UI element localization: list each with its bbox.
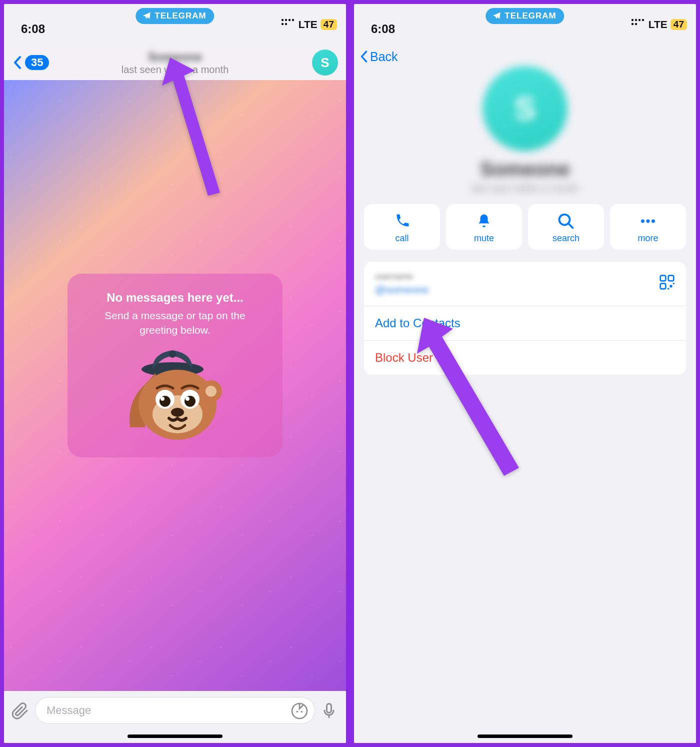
phone-profile-screen: 6:08 TELEGRAM LTE 47 Back S Someone last…	[352, 2, 698, 745]
status-time: 6:08	[21, 22, 45, 36]
contact-status: last seen within a month	[4, 64, 346, 76]
svg-point-14	[160, 397, 164, 401]
message-input[interactable]: Message	[35, 697, 315, 724]
svg-point-4	[282, 23, 284, 25]
greeting-title: No messages here yet...	[78, 291, 272, 305]
telegram-pill[interactable]: TELEGRAM	[486, 8, 564, 24]
svg-point-17	[186, 397, 190, 401]
home-indicator[interactable]	[478, 734, 572, 738]
svg-rect-36	[660, 284, 666, 289]
svg-point-18	[171, 408, 184, 417]
signal-icon	[280, 18, 296, 31]
svg-point-3	[292, 19, 294, 21]
phone-icon	[393, 212, 411, 230]
chat-title[interactable]: Someone last seen within a month	[4, 50, 346, 76]
profile-avatar[interactable]: S	[482, 66, 568, 151]
svg-point-24	[632, 19, 634, 21]
svg-point-25	[635, 19, 637, 21]
search-icon	[557, 212, 575, 230]
status-time: 6:08	[371, 22, 395, 36]
back-button[interactable]: 35	[12, 55, 49, 70]
svg-rect-23	[327, 704, 332, 713]
status-right: LTE 47	[280, 18, 337, 31]
battery-pill: 47	[320, 19, 337, 30]
profile-info-card: username @someone Add to Contacts Block …	[364, 262, 686, 375]
svg-point-5	[285, 23, 287, 25]
signal-icon	[630, 18, 646, 31]
svg-rect-34	[660, 276, 666, 281]
phone-chat-screen: 6:08 TELEGRAM LTE 47 35 Someone last see…	[2, 2, 348, 745]
svg-point-39	[673, 283, 674, 284]
mic-icon[interactable]	[320, 701, 338, 719]
search-button[interactable]: search	[528, 204, 604, 250]
sticker-icon[interactable]	[290, 702, 308, 723]
profile-name: Someone	[354, 158, 696, 181]
svg-point-0	[282, 19, 284, 21]
bear-sticker-icon	[125, 347, 225, 447]
profile-header: S Someone last seen within a month	[354, 66, 696, 194]
contact-name: Someone	[148, 50, 202, 64]
greeting-subtitle: Send a message or tap on the greeting be…	[78, 309, 272, 337]
username-value: @someone	[375, 284, 429, 296]
svg-point-22	[301, 711, 303, 713]
unread-badge: 35	[25, 55, 49, 70]
message-placeholder: Message	[46, 704, 91, 717]
chat-body: No messages here yet... Send a message o…	[4, 80, 346, 691]
username-label: username	[375, 272, 429, 282]
svg-point-37	[670, 285, 672, 287]
svg-point-33	[652, 220, 655, 223]
svg-point-26	[638, 19, 640, 21]
username-row[interactable]: username @someone	[364, 262, 686, 306]
svg-point-21	[296, 711, 298, 713]
chevron-left-icon	[12, 55, 24, 70]
svg-point-31	[641, 220, 644, 223]
greeting-card[interactable]: No messages here yet... Send a message o…	[68, 274, 282, 457]
more-button[interactable]: more	[610, 204, 686, 250]
chevron-left-icon	[359, 49, 370, 64]
svg-point-32	[646, 220, 650, 223]
mute-button[interactable]: mute	[446, 204, 522, 250]
status-bar: 6:08 TELEGRAM LTE 47	[4, 4, 346, 45]
attach-icon[interactable]	[12, 701, 30, 719]
add-to-contacts-button[interactable]: Add to Contacts	[364, 306, 686, 340]
back-label: Back	[370, 50, 398, 64]
profile-status: last seen within a month	[354, 183, 696, 194]
home-indicator[interactable]	[128, 734, 222, 738]
svg-rect-35	[668, 276, 674, 281]
more-icon	[639, 212, 657, 230]
back-button[interactable]: Back	[354, 45, 696, 64]
block-user-button[interactable]: Block User	[364, 340, 686, 375]
battery-pill: 47	[670, 19, 687, 30]
telegram-icon	[492, 11, 502, 21]
profile-body: Back S Someone last seen within a month …	[354, 45, 696, 743]
network-label: LTE	[298, 19, 318, 31]
chat-header: 35 Someone last seen within a month S	[4, 45, 346, 80]
svg-point-29	[635, 23, 637, 25]
profile-actions: call mute search more	[354, 194, 696, 250]
svg-point-27	[642, 19, 644, 21]
status-right: LTE 47	[630, 18, 687, 31]
svg-point-7	[169, 351, 176, 358]
svg-point-11	[206, 386, 216, 397]
svg-point-1	[285, 19, 287, 21]
contact-avatar[interactable]: S	[312, 50, 338, 76]
svg-point-2	[288, 19, 290, 21]
greeting-sticker[interactable]	[78, 347, 272, 447]
svg-point-28	[632, 23, 634, 25]
telegram-icon	[142, 11, 152, 21]
status-bar: 6:08 TELEGRAM LTE 47	[354, 4, 696, 45]
bell-icon	[475, 212, 493, 230]
telegram-pill[interactable]: TELEGRAM	[136, 8, 214, 24]
svg-point-38	[668, 288, 669, 290]
network-label: LTE	[648, 19, 668, 31]
call-button[interactable]: call	[364, 204, 440, 250]
qr-icon[interactable]	[659, 274, 675, 293]
